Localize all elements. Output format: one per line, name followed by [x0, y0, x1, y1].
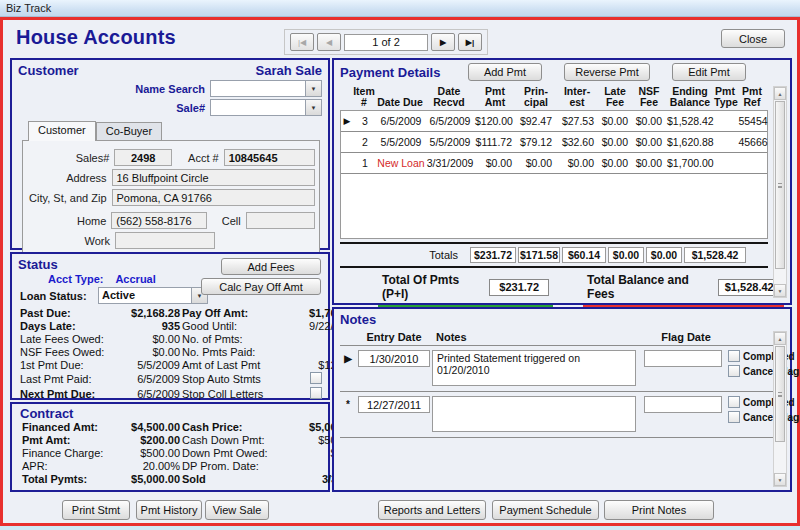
first-record-button[interactable]: |◀ [290, 33, 314, 51]
scroll-up-icon[interactable]: ▲ [774, 87, 786, 100]
city-state-zip-field[interactable]: Pomona, CA 91766 [112, 189, 316, 206]
cell-ending-balance: $1,700.00 [667, 157, 715, 169]
cell-principal: $92.47 [517, 115, 557, 127]
cell-pmt-ref: 55454 [737, 115, 769, 127]
cell-item: 2 [353, 136, 377, 148]
note-row[interactable]: * 12/27/2011 Completed Cancel Flag [340, 392, 784, 438]
loan-status-combobox[interactable]: Active ▼ [98, 287, 208, 304]
dropdown-arrow-icon[interactable]: ▼ [305, 100, 321, 115]
note-text-field[interactable] [432, 396, 636, 432]
name-search-combobox[interactable]: ▼ [210, 80, 322, 97]
record-position-field[interactable]: 1 of 2 [344, 34, 428, 51]
add-fees-button[interactable]: Add Fees [221, 258, 321, 275]
payment-row[interactable]: 2 5/5/2009 5/5/2009 $111.72 $79.12 $32.6… [341, 132, 767, 153]
customer-panel: Customer Sarah Sale Name Search ▼ Sale# … [10, 58, 330, 250]
flag-date-field[interactable] [644, 350, 722, 367]
calc-payoff-button[interactable]: Calc Pay Off Amt [201, 278, 321, 295]
edit-pmt-button[interactable]: Edit Pmt [672, 63, 746, 81]
pmt-history-button[interactable]: Pmt History [136, 500, 202, 520]
work-phone-field[interactable] [115, 232, 215, 249]
app-frame: House Accounts |◀ ◀ 1 of 2 ▶ ▶| Close Cu… [0, 17, 800, 526]
stop-auto-stmts-checkbox[interactable] [310, 372, 322, 384]
reverse-pmt-button[interactable]: Reverse Pmt [564, 63, 650, 81]
cancel-flag-checkbox[interactable] [728, 365, 740, 377]
name-search-value [211, 81, 305, 96]
sale-number-label: Sale# [176, 102, 205, 114]
home-phone-field[interactable]: (562) 558-8176 [111, 212, 207, 229]
entry-date-field[interactable]: 1/30/2010 [358, 350, 430, 367]
last-record-button[interactable]: ▶| [458, 33, 482, 51]
payment-row[interactable]: ▶ 3 6/5/2009 6/5/2009 $120.00 $92.47 $27… [341, 111, 767, 132]
status-value: $0.00 [112, 346, 182, 358]
contract-value: $500.00 [114, 447, 182, 459]
cell-nsf-fee: $0.00 [633, 136, 667, 148]
payment-details-section-title: Payment Details [340, 65, 468, 80]
scroll-down-icon[interactable]: ▼ [774, 473, 786, 486]
total-pmt-amt: $231.72 [470, 247, 516, 263]
completed-checkbox[interactable] [728, 396, 740, 408]
cancel-flag-label: Cancel Flag [743, 366, 799, 377]
address-field[interactable]: 16 Bluffpoint Circle [112, 169, 316, 186]
contract-label: APR: [22, 460, 114, 472]
total-late-fee: $0.00 [608, 247, 644, 263]
flag-date-field[interactable] [644, 396, 722, 413]
status-label: No. Pmts Paid: [182, 346, 282, 358]
total-balance-fees-label: Total Balance and Fees [587, 273, 710, 301]
scrollbar-thumb[interactable] [775, 346, 785, 442]
payment-row[interactable]: 1 New Loan 3/31/2009 $0.00 $0.00 $0.00 $… [341, 153, 767, 174]
acct-number-field[interactable]: 10845645 [224, 149, 315, 166]
contract-value: $5,000.00 [114, 473, 182, 485]
stop-coll-letters-checkbox[interactable] [310, 387, 322, 399]
notes-table-header: Entry Date Notes Flag Date [340, 331, 784, 343]
notes-scrollbar[interactable]: ▲ ▼ [773, 331, 787, 487]
cancel-flag-checkbox[interactable] [728, 411, 740, 423]
status-label: Stop Auto Stmts [182, 373, 282, 385]
cell-nsf-fee: $0.00 [633, 157, 667, 169]
loan-status-label: Loan Status: [20, 290, 98, 302]
column-header: Date Recvd [424, 86, 474, 108]
entry-date-field[interactable]: 12/27/2011 [358, 396, 430, 413]
payment-scrollbar[interactable]: ▲ ▼ [773, 86, 787, 298]
column-header: NSF Fee [632, 86, 666, 108]
next-record-button[interactable]: ▶ [431, 33, 455, 51]
previous-record-button[interactable]: ◀ [317, 33, 341, 51]
payment-schedule-button[interactable]: Payment Schedule [492, 500, 599, 520]
loan-status-value: Active [99, 288, 191, 303]
cell-principal: $0.00 [517, 157, 557, 169]
column-header: Flag Date [644, 331, 728, 343]
cell-pmt-ref: 45666 [737, 136, 769, 148]
dropdown-arrow-icon[interactable]: ▼ [305, 81, 321, 96]
cell-late-fee: $0.00 [599, 115, 633, 127]
print-stmt-button[interactable]: Print Stmt [62, 500, 130, 520]
tab-cobuyer[interactable]: Co-Buyer [96, 122, 162, 140]
total-interest: $60.14 [562, 247, 606, 263]
close-button[interactable]: Close [721, 29, 785, 48]
note-text-field[interactable]: Printed Statement triggered on 01/20/201… [432, 350, 636, 386]
work-phone-label: Work [27, 235, 115, 247]
note-row[interactable]: ▶ 1/30/2010 Printed Statement triggered … [340, 345, 784, 392]
contract-label: Total Pymts: [22, 473, 114, 485]
add-pmt-button[interactable]: Add Pmt [468, 63, 542, 81]
name-search-label: Name Search [135, 83, 205, 95]
scroll-up-icon[interactable]: ▲ [774, 332, 786, 345]
new-record-icon: * [340, 396, 356, 410]
sales-number-field[interactable]: 2498 [114, 149, 172, 166]
scroll-down-icon[interactable]: ▼ [774, 284, 786, 297]
tab-customer[interactable]: Customer [28, 121, 96, 141]
cell-phone-field[interactable] [246, 212, 315, 229]
previous-record-icon: ◀ [326, 38, 332, 47]
status-label: Days Late: [20, 320, 112, 332]
print-notes-button[interactable]: Print Notes [604, 500, 714, 520]
status-value: 5/5/2009 [112, 359, 182, 371]
sale-number-combobox[interactable]: ▼ [210, 99, 322, 116]
cell-interest: $27.53 [557, 115, 599, 127]
scrollbar-thumb[interactable] [775, 101, 785, 269]
status-label: No. of Pmts: [182, 333, 282, 345]
customer-section-title: Customer [18, 63, 79, 78]
reports-and-letters-button[interactable]: Reports and Letters [378, 500, 486, 520]
completed-checkbox[interactable] [728, 350, 740, 362]
totals-label: Totals [340, 249, 468, 261]
home-phone-label: Home [27, 215, 111, 227]
view-sale-button[interactable]: View Sale [205, 500, 269, 520]
record-navigator: |◀ ◀ 1 of 2 ▶ ▶| [284, 29, 488, 55]
